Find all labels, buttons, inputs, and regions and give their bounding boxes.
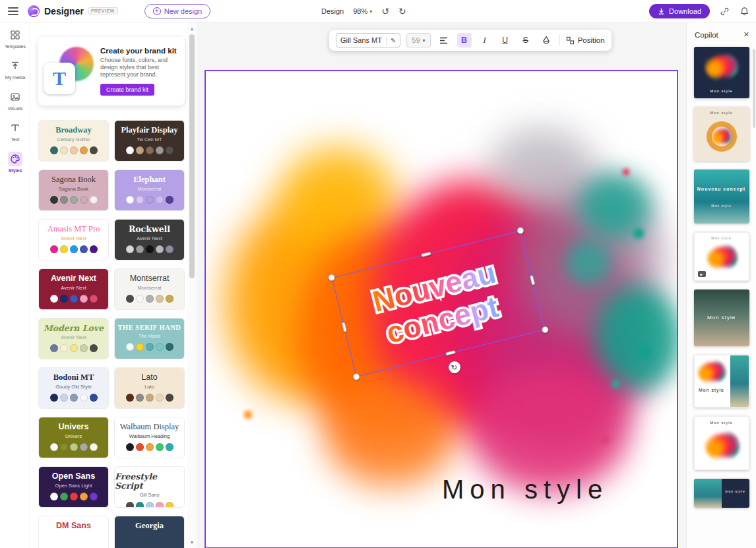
zoom-control[interactable]: 98% ▾ bbox=[353, 7, 372, 15]
style-card-title: Modern Love bbox=[44, 324, 104, 333]
design-suggestion-thumbnail[interactable]: Mon style bbox=[694, 355, 749, 408]
play-icon: ▶ bbox=[698, 271, 706, 277]
style-card[interactable]: Bodoni MT Goudy Old Style bbox=[38, 367, 109, 409]
color-swatch bbox=[126, 196, 134, 204]
styles-panel: T Create your brand kit Choose fonts, co… bbox=[30, 22, 197, 548]
scroll-down-arrow[interactable]: ▼ bbox=[187, 537, 197, 547]
style-card[interactable]: Sagona Book Sagona Book bbox=[38, 169, 109, 211]
hamburger-menu-icon[interactable] bbox=[8, 7, 18, 15]
style-card[interactable]: Rockwell Avenir Next bbox=[114, 219, 185, 260]
notifications-bell-icon[interactable] bbox=[739, 6, 749, 16]
download-button[interactable]: Download bbox=[649, 4, 710, 18]
style-card[interactable]: DM Sans bbox=[38, 516, 109, 548]
upload-icon bbox=[8, 59, 22, 73]
copilot-panel: Copilot ✕ Mon style Mon style Nouveau co… bbox=[686, 22, 756, 548]
style-card[interactable]: Univers Univers bbox=[38, 417, 109, 458]
style-card-title: Georgia bbox=[135, 522, 164, 531]
preview-badge: PREVIEW bbox=[88, 7, 118, 15]
style-card[interactable]: Lato Lato bbox=[114, 367, 185, 409]
sidebar-item-styles[interactable]: Styles bbox=[0, 146, 30, 177]
plus-icon: + bbox=[153, 7, 161, 15]
color-swatch bbox=[80, 146, 88, 154]
selected-text[interactable]: Nouveau concept bbox=[369, 257, 507, 351]
text-color-button[interactable] bbox=[539, 33, 553, 47]
sidebar-item-visuals[interactable]: Visuals bbox=[0, 84, 30, 115]
style-card[interactable]: Walbaum Display Walbaum Heading bbox=[114, 417, 185, 458]
style-card-subtitle: The Hand bbox=[139, 333, 160, 339]
download-label: Download bbox=[669, 7, 701, 15]
style-card[interactable]: Freestyle Script Gill Sans bbox=[114, 466, 185, 508]
style-card[interactable]: Elephant Montserrat bbox=[114, 169, 185, 211]
caption-text[interactable]: Mon style bbox=[442, 475, 608, 504]
style-card[interactable]: Georgia bbox=[114, 516, 185, 548]
rail-label: Templates bbox=[5, 44, 26, 49]
copilot-scrollbar[interactable] bbox=[753, 49, 755, 128]
style-card[interactable]: Playfair Display Tw Cen MT bbox=[114, 120, 185, 162]
align-button[interactable] bbox=[437, 33, 451, 47]
style-card[interactable]: Amasis MT Pro Avenir Next bbox=[38, 219, 109, 260]
position-button[interactable]: Position bbox=[566, 36, 605, 45]
color-swatch bbox=[70, 196, 78, 204]
color-swatch bbox=[50, 245, 58, 253]
color-swatch bbox=[50, 394, 58, 402]
design-suggestion-thumbnail[interactable]: Mon style bbox=[694, 107, 749, 161]
style-card-subtitle: Avenir Next bbox=[137, 235, 162, 241]
designer-logo-icon[interactable] bbox=[28, 5, 40, 17]
sidebar-item-text[interactable]: Text bbox=[0, 115, 30, 146]
style-card[interactable]: THE SERIF HAND The Hand bbox=[114, 318, 185, 359]
design-suggestion-thumbnail[interactable]: Mon style bbox=[694, 47, 749, 98]
style-card[interactable]: Open Sans Open Sans Light bbox=[38, 466, 109, 508]
style-card-title: Bodoni MT bbox=[53, 373, 94, 382]
scrollbar-thumb[interactable] bbox=[189, 34, 195, 278]
color-swatch bbox=[90, 146, 98, 154]
design-artboard[interactable]: Nouveau concept Nouveau concept ↻ Mon st… bbox=[205, 70, 678, 548]
italic-button[interactable]: I bbox=[478, 33, 492, 47]
thumbnail-label: Mon style bbox=[694, 111, 749, 115]
designer-app: Designer PREVIEW + New design Design 98%… bbox=[0, 0, 756, 548]
design-suggestion-thumbnail[interactable]: Mon style bbox=[694, 416, 749, 470]
sidebar-item-templates[interactable]: Templates bbox=[0, 22, 30, 53]
style-card-title: DM Sans bbox=[56, 522, 91, 531]
letter-tile-icon: T bbox=[44, 63, 75, 94]
style-card[interactable]: Broadway Century Gothic bbox=[38, 120, 109, 162]
style-card-subtitle: Walbaum Heading bbox=[129, 433, 170, 439]
design-menu[interactable]: Design bbox=[321, 7, 344, 15]
style-card-title: Univers bbox=[59, 423, 89, 432]
underline-button[interactable]: U bbox=[498, 33, 513, 47]
color-swatch bbox=[70, 146, 78, 154]
style-card-swatches bbox=[126, 394, 173, 402]
style-card[interactable]: Montserrat Montserrat bbox=[114, 268, 185, 310]
design-suggestion-thumbnail[interactable]: Mon style ▶ bbox=[694, 232, 749, 281]
create-brand-kit-button[interactable]: Create brand kit bbox=[100, 84, 154, 96]
font-size-selector[interactable]: 59 ▾ bbox=[406, 33, 430, 47]
new-design-button[interactable]: + New design bbox=[144, 4, 210, 18]
style-card[interactable]: Avenir Next Avenir Next bbox=[38, 268, 109, 310]
canvas-stage: Gill Sans MT ✎ 59 ▾ B I U S bbox=[197, 22, 686, 548]
style-card-title: Amasis MT Pro bbox=[47, 225, 100, 234]
style-card-subtitle: Univers bbox=[65, 433, 82, 439]
divider bbox=[386, 36, 387, 45]
color-fill-icon bbox=[542, 36, 551, 45]
sidebar-item-my-media[interactable]: My media bbox=[0, 53, 30, 84]
styles-panel-scrollbar[interactable]: ▲ ▼ bbox=[187, 22, 197, 548]
color-swatch bbox=[156, 443, 164, 451]
color-swatch bbox=[136, 394, 144, 402]
undo-button[interactable]: ↺ bbox=[381, 6, 389, 16]
color-swatch bbox=[80, 394, 88, 402]
strikethrough-button[interactable]: S bbox=[519, 33, 533, 47]
redo-button[interactable]: ↻ bbox=[398, 6, 406, 16]
design-suggestion-thumbnail[interactable]: Nouveau concept Mon style bbox=[694, 169, 749, 224]
bold-button[interactable]: B bbox=[457, 33, 472, 47]
close-icon[interactable]: ✕ bbox=[743, 30, 749, 39]
style-card-subtitle: Goudy Old Style bbox=[55, 384, 92, 390]
share-link-icon[interactable] bbox=[719, 6, 730, 16]
chevron-down-icon: ▾ bbox=[369, 9, 372, 15]
design-suggestion-thumbnail[interactable]: mon style bbox=[694, 479, 749, 508]
scroll-up-arrow[interactable]: ▲ bbox=[187, 24, 197, 33]
design-suggestion-thumbnail[interactable]: Mon style bbox=[694, 289, 749, 346]
copilot-suggestions-list: Mon style Mon style Nouveau concept Mon … bbox=[687, 44, 756, 508]
color-swatch bbox=[90, 493, 98, 501]
style-card[interactable]: Modern Love Avenir Next bbox=[38, 318, 109, 359]
style-card-swatches bbox=[126, 295, 173, 303]
font-family-selector[interactable]: Gill Sans MT ✎ bbox=[336, 33, 400, 47]
